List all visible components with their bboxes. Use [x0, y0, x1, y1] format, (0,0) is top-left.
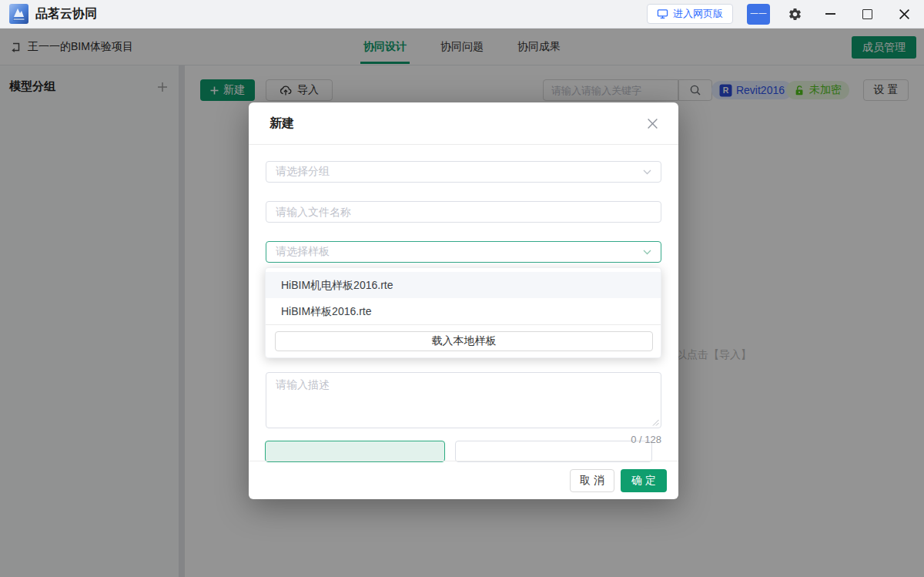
- chevron-down-icon: [643, 169, 651, 175]
- close-icon: [647, 118, 658, 129]
- template-select[interactable]: 请选择样板: [266, 241, 661, 263]
- template-option-1[interactable]: HiBIM机电样板2016.rte: [266, 272, 661, 298]
- description-textarea[interactable]: [266, 372, 661, 428]
- enter-web-version-button[interactable]: 进入网页版: [647, 4, 733, 24]
- monitor-icon: [657, 8, 668, 19]
- confirm-button[interactable]: 确 定: [621, 469, 667, 492]
- file-name-input[interactable]: [266, 201, 661, 223]
- maximize-icon: [862, 9, 872, 19]
- load-local-template-button[interactable]: 载入本地样板: [275, 331, 653, 351]
- dialog-close-button[interactable]: [644, 116, 660, 131]
- app-logo-icon: [9, 4, 28, 24]
- maximize-button[interactable]: [859, 6, 875, 22]
- cancel-button[interactable]: 取 消: [570, 469, 614, 492]
- chevron-down-icon: [643, 250, 651, 255]
- template-type-option-selected[interactable]: [265, 441, 445, 462]
- minimize-icon: [825, 13, 835, 15]
- close-window-button[interactable]: [896, 6, 912, 22]
- app-window: 品茗云协同 进入网页版 一一: [0, 0, 924, 577]
- minimize-button[interactable]: [822, 6, 838, 22]
- titlebar-actions: 进入网页版 一一: [647, 4, 912, 25]
- settings-gear-icon[interactable]: [787, 6, 802, 22]
- dropdown-separator: [266, 324, 661, 325]
- dialog-title: 新建: [270, 116, 294, 132]
- titlebar: 品茗云协同 进入网页版 一一: [0, 0, 924, 29]
- dialog-header: 新建: [249, 102, 678, 145]
- group-select-placeholder: 请选择分组: [276, 165, 330, 179]
- description-wrapper: [266, 372, 661, 428]
- dialog-footer: 取 消 确 定: [249, 461, 678, 499]
- enter-web-version-label: 进入网页版: [673, 7, 723, 21]
- template-select-placeholder: 请选择样板: [276, 245, 330, 259]
- app-title: 品茗云协同: [35, 6, 97, 22]
- group-select[interactable]: 请选择分组: [266, 161, 661, 183]
- template-option-2[interactable]: HiBIM样板2016.rte: [266, 298, 661, 324]
- close-icon: [899, 8, 910, 20]
- user-avatar[interactable]: 一一: [747, 4, 770, 25]
- template-type-option[interactable]: [455, 441, 652, 462]
- template-dropdown: HiBIM机电样板2016.rte HiBIM样板2016.rte 载入本地样板: [265, 267, 661, 358]
- char-counter: 0 / 128: [631, 434, 661, 445]
